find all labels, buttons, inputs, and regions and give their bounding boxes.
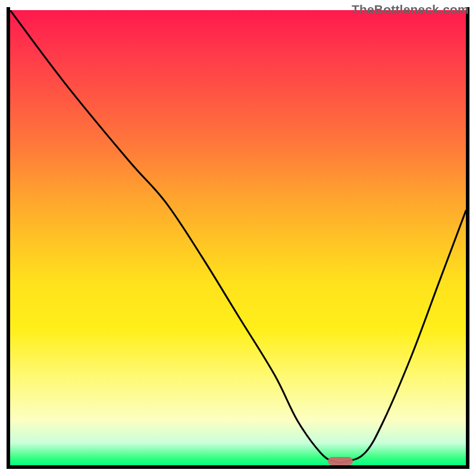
plot-area: [10, 10, 466, 466]
optimal-marker: [328, 457, 353, 465]
watermark-text: TheBottleneck.com: [352, 2, 469, 17]
chart-container: TheBottleneck.com: [0, 0, 476, 476]
axis-left: [7, 7, 10, 469]
axis-right: [466, 7, 469, 469]
axis-bottom: [7, 465, 469, 469]
bottleneck-curve: [10, 10, 466, 466]
